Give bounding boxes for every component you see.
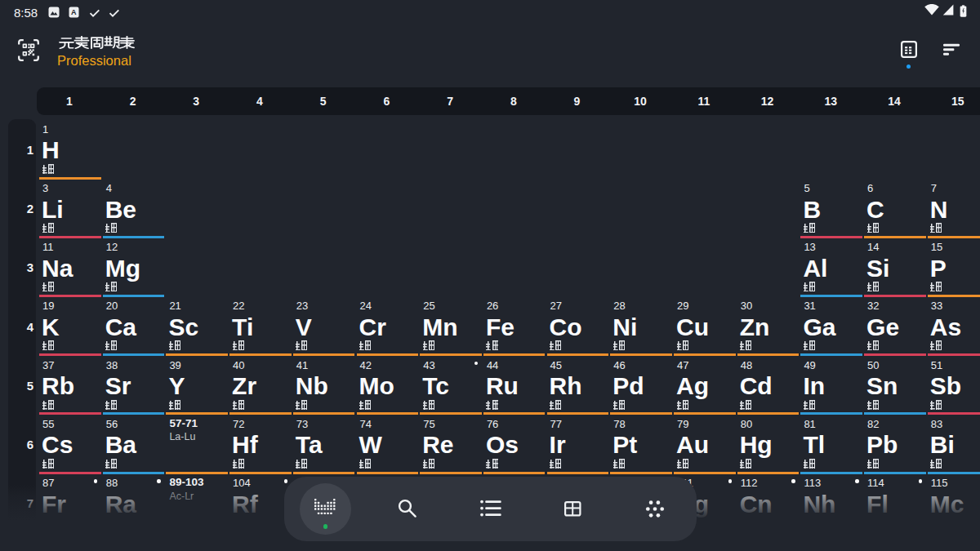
svg-text:A: A	[71, 8, 77, 16]
